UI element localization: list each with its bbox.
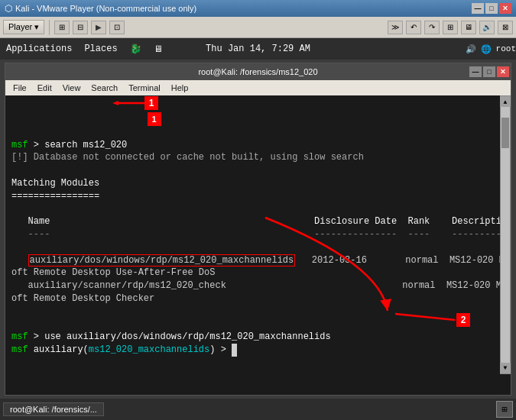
taskbar-icon[interactable]: ⊞: [496, 401, 513, 418]
scroll-up[interactable]: ▲: [500, 96, 511, 107]
toolbar-icon-8[interactable]: ⊞: [443, 21, 458, 34]
prompt-1: msf: [11, 139, 28, 150]
toolbar-icon-5[interactable]: ≫: [388, 21, 403, 34]
terminal-titlebar: root@Kali: /forensics/ms12_020 — □ ✕: [5, 63, 511, 80]
minimize-button[interactable]: —: [472, 3, 484, 14]
help-menu[interactable]: Help: [167, 82, 193, 93]
kali-taskbar: Applications Places 🐉 🖥 Thu Jan 14, 7:29…: [0, 38, 516, 60]
toolbar-icon-9[interactable]: 🖥: [461, 21, 476, 34]
player-menu-button[interactable]: Player ▾: [3, 20, 44, 34]
module-name: ms12_020_maxchannelids: [89, 344, 209, 355]
kali-icon[interactable]: 🐉: [124, 42, 148, 57]
maximize-button[interactable]: □: [485, 3, 498, 14]
window-frame: ⬡ Kali - VMware Player (Non-commercial u…: [0, 0, 516, 420]
vmware-titlebar: ⬡ Kali - VMware Player (Non-commercial u…: [0, 0, 516, 17]
scroll-thumb[interactable]: [501, 118, 509, 148]
close-button[interactable]: ✕: [499, 3, 511, 14]
terminal-body: msf > search ms12_020 1 [!] Database not…: [5, 95, 511, 374]
vmware-icon: ⬡: [5, 3, 12, 14]
toolbar-icon-10[interactable]: 🔊: [479, 21, 495, 34]
clock-display: Thu Jan 14, 7:29 AM: [206, 44, 310, 54]
search-menu[interactable]: Search: [86, 82, 122, 93]
col-dashes: ---- --------------- ---- -----------: [11, 229, 500, 240]
taskbar-terminal-item[interactable]: root@Kali: /forensics/...: [3, 402, 104, 416]
prompt-3: msf: [11, 344, 28, 355]
toolbar-icon-11[interactable]: ⊠: [498, 21, 513, 34]
toolbar-icon-3[interactable]: ▶: [91, 21, 106, 34]
toolbar-icon-4[interactable]: ⊡: [109, 21, 125, 34]
applications-menu[interactable]: Applications: [0, 42, 78, 56]
annotation-1: 1: [148, 112, 161, 126]
vmware-title: Kali - VMware Player (Non-commercial use…: [15, 4, 196, 13]
terminal-scrollbar[interactable]: ▲ ▼: [500, 95, 511, 374]
view-menu[interactable]: View: [58, 82, 86, 93]
prompt-2: msf: [11, 331, 28, 342]
toolbar-icon-2[interactable]: ⊟: [73, 21, 88, 34]
terminal-close[interactable]: ✕: [497, 66, 509, 77]
terminal-minimize[interactable]: —: [469, 66, 482, 77]
terminal-title: root@Kali: /forensics/ms12_020: [198, 67, 317, 76]
volume-icon[interactable]: 🔊: [466, 44, 476, 54]
toolbar-icon-1[interactable]: ⊞: [54, 21, 70, 34]
col-headers: Name Disclosure Date Rank Description: [11, 216, 500, 227]
taskbar-right: 🔊 🌐 root: [466, 44, 516, 54]
terminal-menu-item[interactable]: Terminal: [124, 82, 165, 93]
file-menu[interactable]: File: [8, 82, 31, 93]
terminal-menubar: File Edit View Search Terminal Help: [5, 80, 511, 95]
terminal-window: root@Kali: /forensics/ms12_020 — □ ✕ Fil…: [5, 63, 511, 396]
terminal-icon[interactable]: 🖥: [148, 42, 169, 57]
network-icon[interactable]: 🌐: [481, 44, 492, 54]
matching-separator: ================: [11, 191, 99, 202]
matching-header: Matching Modules: [11, 178, 99, 189]
toolbar-icon-6[interactable]: ↶: [406, 21, 421, 34]
toolbar-separator: [49, 20, 50, 35]
toolbar-icon-7[interactable]: ↷: [424, 21, 440, 34]
edit-menu[interactable]: Edit: [33, 82, 57, 93]
terminal-content-area[interactable]: msf > search ms12_020 1 [!] Database not…: [5, 95, 500, 374]
scroll-down[interactable]: ▼: [500, 363, 511, 373]
user-label: root: [496, 44, 516, 53]
bottom-taskbar: root@Kali: /forensics/... ⊞: [0, 399, 516, 420]
terminal-content: msf > search ms12_020 1 [!] Database not…: [5, 95, 500, 374]
terminal-area: root@Kali: /forensics/ms12_020 — □ ✕ Fil…: [0, 60, 516, 399]
window-controls: — □ ✕: [472, 3, 511, 14]
terminal-maximize[interactable]: □: [483, 66, 495, 77]
vmware-toolbar: Player ▾ ⊞ ⊟ ▶ ⊡ ≫ ↶ ↷ ⊞ 🖥 🔊 ⊠: [0, 17, 516, 38]
terminal-controls: — □ ✕: [469, 66, 509, 77]
places-menu[interactable]: Places: [78, 42, 123, 56]
taskbar-right-area: ⊞: [496, 401, 513, 418]
warning-line: [!] Database not connected or cache not …: [11, 152, 364, 163]
module-highlighted: auxiliary/dos/windows/rdp/ms12_020_maxch…: [28, 254, 296, 267]
